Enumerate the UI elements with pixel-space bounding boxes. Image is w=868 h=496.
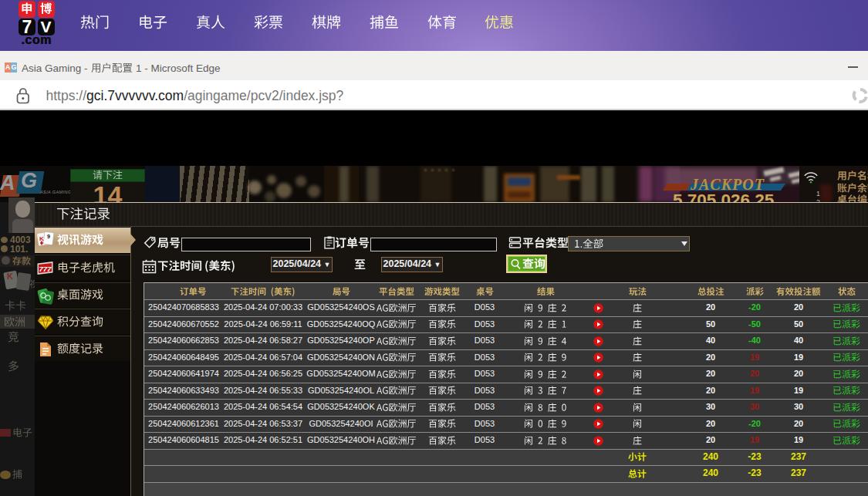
svg-text:777: 777 — [39, 265, 52, 273]
svg-text:9: 9 — [47, 234, 50, 239]
